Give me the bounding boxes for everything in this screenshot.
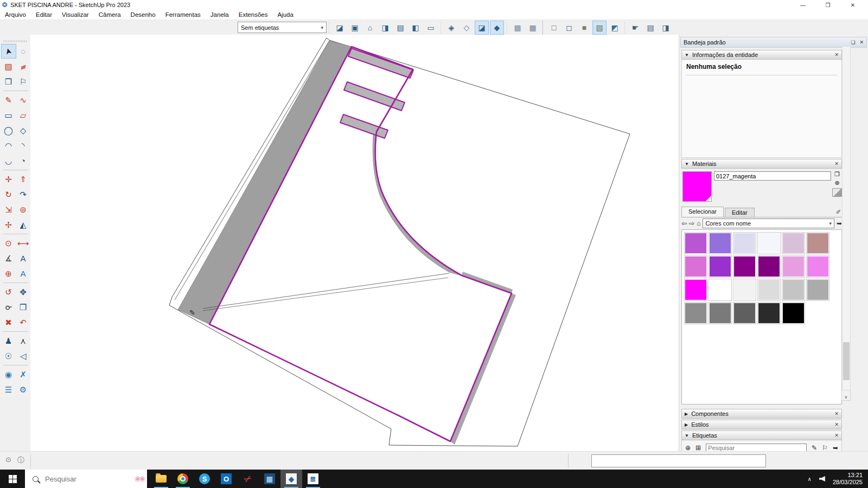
pencil-icon[interactable]: ✎ [812, 444, 817, 452]
wireframe-style-icon[interactable]: □ [547, 21, 561, 35]
rectangle-tool[interactable]: ▭ [1, 108, 16, 123]
dimension-tool[interactable]: ⟷ [16, 236, 31, 251]
taskbar-sketchup[interactable]: ◈ [280, 470, 302, 488]
taskbar-search[interactable]: ❀❀ [25, 470, 147, 488]
model-viewport[interactable]: ✎ [30, 35, 679, 451]
scale-tool[interactable]: ⇲ [1, 202, 16, 217]
search-input[interactable] [44, 474, 135, 484]
menu-visualizar[interactable]: Visualizar [57, 11, 94, 18]
top-view-icon[interactable]: ▣ [348, 21, 362, 35]
axes-sphere-tool[interactable]: ⊕ [1, 266, 16, 281]
color-swatch[interactable] [782, 255, 805, 278]
arc-tool[interactable]: ◠ [1, 138, 16, 153]
add-tag-folder-icon[interactable]: ⊞ [695, 444, 701, 452]
minimize-button[interactable]: — [797, 2, 808, 8]
close-button[interactable]: ✕ [847, 2, 858, 8]
geolocation-icon[interactable]: ⊙ [5, 455, 11, 464]
left-view-icon[interactable]: ◧ [409, 21, 423, 35]
close-icon[interactable]: ✕ [834, 433, 839, 438]
dialog-list-icon[interactable]: ▤ [643, 21, 658, 35]
tag-icon[interactable]: ⚐ [822, 444, 828, 452]
paint-bucket-tool[interactable]: ▨ [1, 59, 16, 74]
walk-tool[interactable]: ⋏ [16, 333, 31, 348]
taskbar-clock[interactable]: 13:21 28/03/2025 [833, 472, 863, 486]
menu-arquivo[interactable]: Arquivo [0, 11, 31, 18]
menu-ajuda[interactable]: Ajuda [272, 11, 298, 18]
look-around-tool[interactable]: ☉ [1, 349, 16, 363]
menu-janela[interactable]: Janela [206, 11, 234, 18]
taskbar-calculator[interactable]: ▦ [259, 470, 280, 488]
menu-camera[interactable]: Câmera [94, 11, 126, 18]
close-icon[interactable]: ✕ [834, 422, 839, 427]
polygon-tool[interactable]: ◇ [16, 123, 31, 138]
active-material-swatch[interactable] [682, 171, 712, 202]
iso-view-icon[interactable]: ◪ [333, 21, 347, 35]
select-tool[interactable]: ➤ [1, 44, 16, 59]
scroll-down-icon[interactable]: ∨ [842, 395, 850, 400]
volume-icon[interactable] [819, 476, 825, 481]
home-icon[interactable]: ⌂ [697, 220, 700, 227]
circle-tool[interactable]: ◯ [1, 123, 16, 138]
color-swatch[interactable] [782, 279, 805, 301]
color-swatch[interactable] [757, 232, 781, 254]
extension-tool-2[interactable]: ✗ [16, 367, 31, 382]
lasso-tool[interactable]: ◌ [16, 44, 31, 59]
zoom-window-tool[interactable]: ❐ [16, 300, 31, 314]
back-arrow-icon[interactable]: ⇦ [681, 220, 687, 227]
color-swatch[interactable] [709, 302, 732, 324]
taskbar-snipping-tool[interactable]: ✂ [237, 470, 259, 488]
offset-tool[interactable]: ⊚ [16, 202, 31, 217]
close-icon[interactable]: ✕ [834, 411, 839, 416]
section-display-icon[interactable]: ◇ [459, 21, 474, 35]
color-swatch[interactable] [757, 255, 781, 278]
pan-tool[interactable]: ✥ [16, 285, 31, 299]
menu-desenho[interactable]: Desenho [126, 11, 161, 18]
flip-tool[interactable]: ◭ [16, 217, 31, 232]
monochrome-style-icon[interactable]: ◩ [608, 21, 622, 35]
rotate-tool[interactable]: ↻ [1, 187, 16, 202]
tray-close-icon[interactable]: ✕ [859, 40, 864, 45]
credits-info-icon[interactable]: ⓘ [17, 455, 24, 465]
color-swatch[interactable] [709, 232, 732, 254]
back-view-icon[interactable]: ▤ [393, 21, 407, 35]
taskbar-file-explorer[interactable] [150, 470, 172, 488]
color-swatch[interactable] [733, 302, 756, 324]
components-header[interactable]: ▶ Componentes ✕ [681, 409, 842, 419]
close-icon[interactable]: ✕ [834, 52, 839, 57]
secondary-pane-icon[interactable]: ❐ [834, 171, 840, 178]
color-swatch[interactable] [684, 232, 707, 254]
color-swatch[interactable] [733, 279, 756, 301]
front-view-icon[interactable]: ⌂ [363, 21, 377, 35]
three-point-arc-tool[interactable]: ◡ [1, 153, 16, 168]
line-tool[interactable]: ✎ [1, 93, 16, 107]
right-view-icon[interactable]: ◨ [378, 21, 392, 35]
detail-arrow-icon[interactable]: ➥ [837, 220, 842, 227]
tape-measure-tool[interactable]: ⊙ [1, 236, 16, 251]
tab-editar[interactable]: Editar [725, 208, 755, 217]
extension-tool-3[interactable]: ☰ [1, 382, 16, 397]
zoom-tool[interactable]: ☌ [1, 300, 16, 314]
materials-header[interactable]: ▼ Materiais ✕ [681, 159, 842, 169]
zoom-extents-tool[interactable]: ✖ [1, 315, 16, 330]
two-point-arc-tool[interactable]: ◝ [16, 138, 31, 153]
tray-scrollbar[interactable] [842, 46, 851, 390]
textured-style-icon[interactable]: ▧ [592, 21, 607, 35]
protractor-tool[interactable]: ∡ [1, 251, 16, 266]
eyedropper-icon[interactable]: ✐ [836, 209, 841, 216]
color-swatch[interactable] [806, 232, 829, 254]
measurements-input[interactable] [591, 454, 766, 467]
scrollbar-thumb[interactable] [843, 342, 850, 380]
color-swatch[interactable] [684, 255, 707, 278]
material-name-input[interactable] [714, 171, 831, 181]
start-button[interactable] [0, 470, 25, 488]
back-edges-style-icon[interactable]: ▦ [526, 21, 540, 35]
hidden-icons-chevron[interactable]: ∧ [808, 476, 812, 482]
color-swatch[interactable] [684, 279, 707, 301]
color-swatch[interactable] [806, 279, 829, 301]
xray-style-icon[interactable]: ▩ [510, 21, 525, 35]
color-swatch[interactable] [806, 255, 829, 278]
tab-selecionar[interactable]: Selecionar [681, 207, 724, 217]
rotated-rectangle-tool[interactable]: ▱ [16, 108, 31, 123]
eraser-tool[interactable]: ▰ [16, 59, 31, 74]
menu-ferramentas[interactable]: Ferramentas [161, 11, 206, 18]
